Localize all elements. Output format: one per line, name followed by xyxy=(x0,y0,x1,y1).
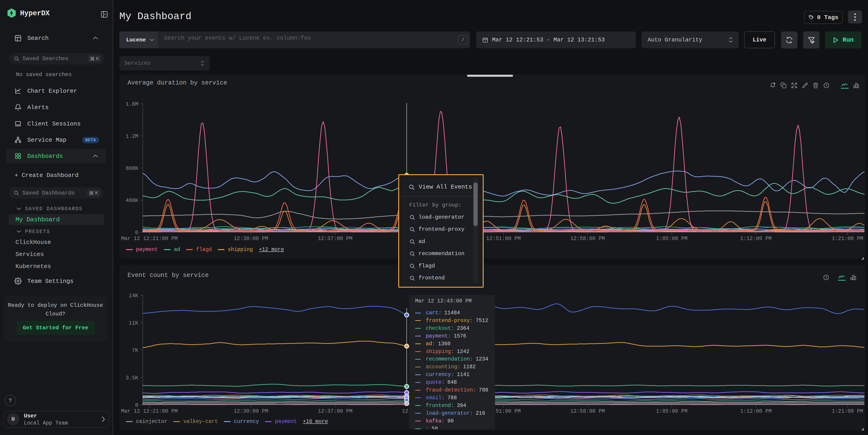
svg-text:1.6M: 1.6M xyxy=(126,101,138,107)
svg-text:12:37:00 PM: 12:37:00 PM xyxy=(318,236,352,242)
svg-text:1:21:00 PM: 1:21:00 PM xyxy=(832,408,863,414)
svg-text:7K: 7K xyxy=(132,347,138,353)
svg-text:14K: 14K xyxy=(129,293,138,299)
svg-text:1:12:00 PM: 1:12:00 PM xyxy=(740,408,772,414)
svg-text:Mar 12 12:21:00 PM: Mar 12 12:21:00 PM xyxy=(121,408,178,414)
svg-text:12:30:00 PM: 12:30:00 PM xyxy=(234,408,268,414)
svg-text:12:58:00 PM: 12:58:00 PM xyxy=(570,408,605,414)
svg-text:800K: 800K xyxy=(126,165,138,172)
svg-text:0: 0 xyxy=(135,230,138,236)
svg-text:11K: 11K xyxy=(129,320,138,326)
svg-text:Mar 12 12:21:00 PM: Mar 12 12:21:00 PM xyxy=(121,236,178,242)
svg-text:1.2M: 1.2M xyxy=(126,133,138,139)
svg-text:12:51:00 PM: 12:51:00 PM xyxy=(486,236,521,242)
svg-text:0: 0 xyxy=(135,402,138,408)
svg-text:1:21:00 PM: 1:21:00 PM xyxy=(832,236,863,242)
svg-text:3.5K: 3.5K xyxy=(126,375,138,381)
svg-text:1:05:00 PM: 1:05:00 PM xyxy=(656,236,687,242)
svg-text:12:37:00 PM: 12:37:00 PM xyxy=(318,408,352,414)
svg-text:1:05:00 PM: 1:05:00 PM xyxy=(656,408,687,414)
svg-text:12:30:00 PM: 12:30:00 PM xyxy=(234,236,268,242)
svg-text:12:58:00 PM: 12:58:00 PM xyxy=(570,236,605,242)
svg-text:1:12:00 PM: 1:12:00 PM xyxy=(740,236,772,242)
svg-text:400K: 400K xyxy=(126,198,138,204)
